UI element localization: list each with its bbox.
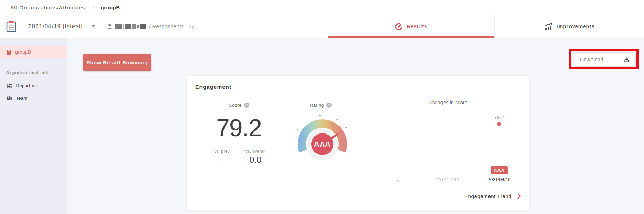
sidebar-divider [0, 63, 67, 63]
survey-date: 2021/04/19 [latest] [28, 23, 83, 30]
chart-gridline [398, 107, 398, 163]
tab-results-label: Results [407, 24, 427, 29]
chart-gridline [448, 107, 448, 163]
tab-improvements-label: Improvements [557, 24, 595, 29]
download-label: Download [580, 56, 603, 62]
help-icon[interactable]: ? [326, 103, 332, 108]
download-icon [623, 56, 630, 63]
score-value: 79.2 [199, 116, 278, 140]
sidebar-item-label: Team [16, 96, 27, 101]
changes-chart-title: Changes in score [396, 100, 499, 105]
rating-value: AAA [314, 140, 331, 148]
breadcrumb-current: groupB [101, 5, 120, 10]
results-icon [395, 23, 403, 31]
engagement-card: Engagement Score ? 79.2 vs. prev. - [187, 75, 530, 210]
chart-point-label: 79.2 [479, 114, 520, 120]
rating-label: Rating [310, 103, 324, 108]
breadcrumb: All Organizations/Attributes groupB [0, 0, 644, 15]
chart-date: 2021/04/19 [477, 177, 521, 182]
breadcrumb-chevron-icon [92, 5, 95, 10]
score-label: Score [229, 103, 241, 108]
sidebar-item-label: groupB [15, 49, 31, 55]
vs-overall-label: vs. overall [243, 149, 267, 154]
chart-rating-badge: AAA [491, 166, 508, 174]
sidebar: groupB Organizational unit Departm… [0, 38, 67, 214]
score-column: Score ? 79.2 vs. prev. - vs. overall 0.0 [199, 103, 278, 165]
chevron-right-icon [517, 193, 521, 199]
download-button[interactable]: Download [574, 52, 634, 66]
respondents-info: / Respondents : 12 [107, 24, 194, 29]
sidebar-item-department[interactable]: Departm… [0, 80, 67, 90]
survey-header: 2021/04/19 [latest] / Respondents : 12 R… [0, 15, 644, 38]
redacted-survey-name [115, 24, 146, 29]
main-content: Show Result Summary Download Engagement [67, 38, 644, 214]
tab-results[interactable]: Results [328, 15, 494, 38]
chart-date: - [388, 178, 408, 183]
engagement-trend-label: Engagement Trend [464, 193, 511, 199]
page: All Organizations/Attributes groupB 2021… [0, 0, 644, 214]
improvements-icon [544, 23, 553, 30]
engagement-trend-link[interactable]: Engagement Trend [464, 193, 521, 199]
sidebar-section-label: Organizational unit [6, 71, 67, 75]
chart-rating-empty: - [438, 167, 458, 172]
breadcrumb-root[interactable]: All Organizations/Attributes [10, 4, 85, 10]
vs-prev-value: - [210, 157, 234, 163]
show-result-summary-button[interactable]: Show Result Summary [83, 54, 151, 71]
rating-gauge: AAA [290, 113, 355, 161]
survey-icon [6, 21, 16, 32]
annotation-highlight-box: Download [569, 49, 639, 69]
rating-column: Rating ? [290, 103, 352, 162]
survey-date-picker[interactable]: 2021/04/19 [latest] [6, 21, 95, 32]
body: groupB Organizational unit Departm… [0, 38, 644, 214]
caret-down-icon [92, 25, 95, 28]
sidebar-item-label: Departm… [16, 83, 39, 88]
vs-overall-value: 0.0 [243, 155, 267, 165]
vs-prev-label: vs. prev. [210, 149, 234, 154]
chart-date: 2019/12/10 [425, 177, 470, 182]
chart-rating-empty: - [388, 167, 408, 172]
card-title: Engagement [195, 84, 231, 90]
building-icon [6, 49, 12, 55]
people-group-icon [6, 83, 12, 88]
people-group-icon [6, 96, 12, 100]
tab-improvements[interactable]: Improvements [494, 15, 644, 38]
respondents-count: / Respondents : 12 [149, 24, 194, 29]
sidebar-item-groupb[interactable]: groupB [0, 46, 67, 58]
sidebar-item-team[interactable]: Team [0, 93, 67, 103]
respondent-icon [107, 24, 112, 29]
chart-point-dot [497, 122, 501, 126]
help-icon[interactable]: ? [244, 103, 249, 108]
